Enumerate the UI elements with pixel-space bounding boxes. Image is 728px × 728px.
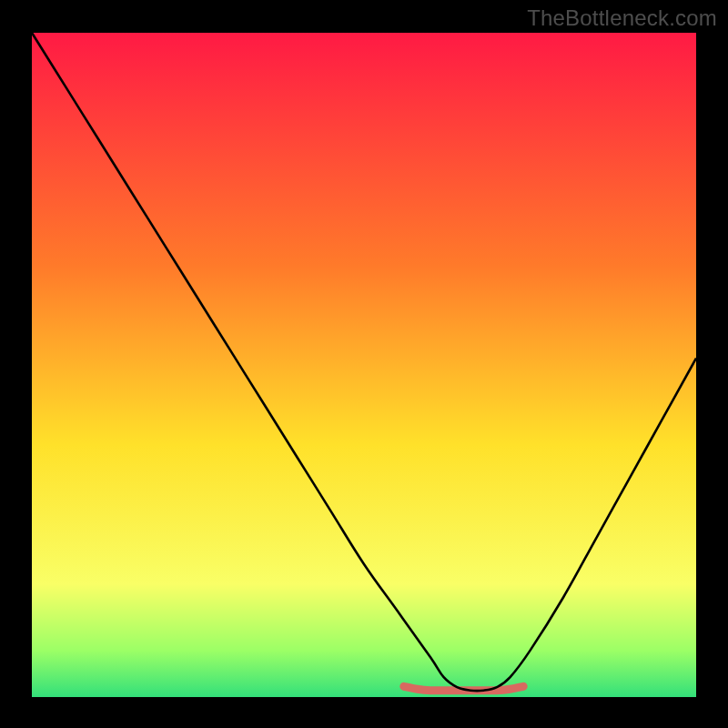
chart-svg	[0, 0, 728, 728]
plot-background	[32, 33, 696, 697]
chart-frame: TheBottleneck.com	[0, 0, 728, 728]
